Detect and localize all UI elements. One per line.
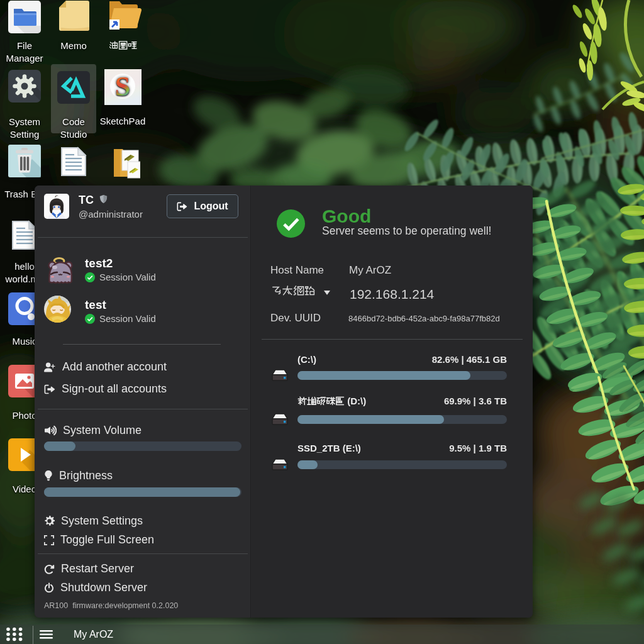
svg-text:S: S — [114, 71, 130, 102]
